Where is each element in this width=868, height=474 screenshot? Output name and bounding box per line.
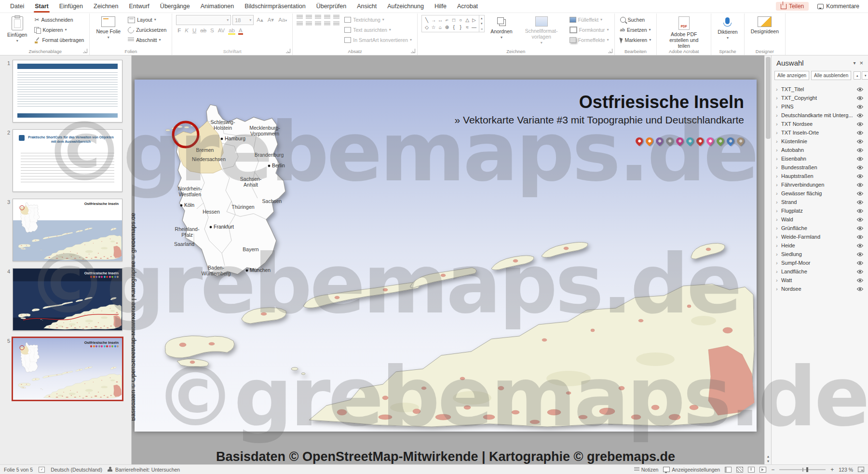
expand-chevron-icon[interactable]: › [776,148,781,153]
map-pin-icon[interactable] [675,136,684,148]
menu-tab-überprüfen[interactable]: Überprüfen [311,0,352,13]
visibility-eye-icon[interactable] [856,148,864,153]
expand-chevron-icon[interactable]: › [776,139,781,144]
slide-thumbnail-4[interactable]: Ostfriesische Inseln [13,268,122,331]
map-pin-icon[interactable] [685,136,694,148]
bullets-icon[interactable] [297,15,303,20]
map-pin-icon[interactable] [655,136,664,148]
canvas-scrollbar[interactable]: ▲ ▼ [764,54,772,465]
dialog-launcher-icon[interactable] [411,49,415,53]
slide-thumbnail-2[interactable]: Praktische ShortCuts für das Verwalten v… [13,129,122,192]
character-spacing-button[interactable]: AV [217,27,227,34]
find-button[interactable]: Suchen [619,15,653,25]
expand-chevron-icon[interactable]: › [776,156,781,162]
fit-to-window-icon[interactable] [858,467,864,472]
menu-tab-hilfe[interactable]: Hilfe [429,0,452,13]
expand-chevron-icon[interactable]: › [776,278,781,283]
visibility-eye-icon[interactable] [856,87,864,92]
font-name-combobox[interactable]: ▾ [176,15,231,25]
text-direction-button[interactable]: Textrichtung ▾ [343,15,413,25]
menu-tab-acrobat[interactable]: Acrobat [452,0,483,13]
dialog-launcher-icon[interactable] [83,49,87,53]
justify-icon[interactable] [324,22,330,27]
selection-item[interactable]: › Deutschlandkarte mit Unterg... [772,111,868,120]
selection-item[interactable]: › Heide [772,241,868,250]
move-down-icon[interactable]: ▾ [862,71,868,80]
accessibility-status[interactable]: Barrierefreiheit: Untersuchen [108,467,180,473]
arrange-button[interactable]: Anordnen ▾ [488,15,515,41]
menu-tab-animationen[interactable]: Animationen [195,0,240,13]
align-right-icon[interactable] [315,22,321,27]
map-pin-icon[interactable] [665,136,674,148]
display-settings-button[interactable]: Anzeigeeinstellungen [663,467,720,473]
expand-chevron-icon[interactable]: › [776,286,781,292]
visibility-eye-icon[interactable] [856,243,864,248]
replace-button[interactable]: ab Ersetzen ▾ [619,25,653,35]
zoom-slider[interactable] [779,469,826,470]
language-indicator[interactable]: Deutsch (Deutschland) [51,467,102,473]
italic-button[interactable]: K [183,27,190,34]
map-pin-icon[interactable] [726,136,735,148]
comments-button[interactable]: Kommentare [814,2,863,11]
selection-item[interactable]: › TXT Inseln-Orte [772,128,868,137]
move-up-icon[interactable]: ▴ [854,71,861,80]
visibility-eye-icon[interactable] [856,174,864,179]
menu-tab-aufzeichnung[interactable]: Aufzeichnung [382,0,429,13]
slideshow-button[interactable] [760,467,766,473]
selection-item[interactable]: › Gewässer flächig [772,189,868,198]
decrease-indent-icon[interactable] [315,15,321,20]
zoom-out-button[interactable]: − [771,467,774,473]
slide-title[interactable]: Ostfriesische Inseln [579,92,744,112]
expand-chevron-icon[interactable]: › [776,113,781,118]
scrollbar-thumb[interactable] [766,57,771,139]
visibility-eye-icon[interactable] [856,156,864,162]
gallery-up-icon[interactable]: ▴ [479,15,484,21]
font-size-combobox[interactable]: 18 ▾ [232,15,254,25]
layout-button[interactable]: Layout ▾ [126,15,168,25]
expand-chevron-icon[interactable]: › [776,95,781,101]
design-ideas-button[interactable]: Designideen [748,15,781,36]
shape-effects-button[interactable]: Formeffekte▾ [568,35,610,45]
expand-chevron-icon[interactable]: › [776,234,781,240]
selection-item[interactable]: › Wald [772,215,868,224]
slide-thumbnail-3[interactable]: Ostfriesische Inseln [13,199,122,261]
select-button[interactable]: Markieren ▾ [619,35,653,45]
selection-item[interactable]: › TXT_Titel [772,85,868,94]
selection-item[interactable]: › Küstenlinie [772,137,868,146]
selection-item[interactable]: › Siedlung [772,250,868,258]
visibility-eye-icon[interactable] [856,182,864,188]
expand-chevron-icon[interactable]: › [776,243,781,248]
visibility-eye-icon[interactable] [856,208,864,214]
offslide-copyright-text[interactable]: Basisdaten © OpenStreetMap-Mitwirkende |… [135,449,757,464]
selection-item[interactable]: › Weide-Farmland [772,232,868,241]
expand-chevron-icon[interactable]: › [776,217,781,222]
quick-styles-button[interactable]: Schnellformat-vorlagen ▾ [518,15,565,46]
menu-tab-start[interactable]: Start [29,0,54,13]
expand-chevron-icon[interactable]: › [776,165,781,170]
previous-slide-button[interactable]: ▲ [767,455,770,458]
zoom-level[interactable]: 123 % [839,467,853,473]
map-pin-icon[interactable] [635,136,644,148]
reading-view-button[interactable] [748,467,755,473]
grow-font-button[interactable]: A▴ [255,16,264,24]
expand-chevron-icon[interactable]: › [776,174,781,179]
slide-sorter-view-button[interactable] [736,467,743,473]
menu-tab-bildschirmpräsentation[interactable]: Bildschirmpräsentation [239,0,311,13]
selection-item[interactable]: › Autobahn [772,146,868,154]
menu-tab-datei[interactable]: Datei [5,0,29,13]
selection-item[interactable]: › TXT_Copyright [772,94,868,102]
visibility-eye-icon[interactable] [856,286,864,292]
share-button[interactable]: Teilen [776,2,809,11]
visibility-eye-icon[interactable] [856,191,864,196]
dictate-button[interactable]: Diktieren ▾ [715,15,740,41]
map-pin-icon[interactable] [695,136,705,148]
selection-item[interactable]: › Hauptstraßen [772,172,868,180]
germany-map[interactable]: Schleswig-HolsteinMecklenburg-Vorpommern… [162,100,302,293]
underline-button[interactable]: U [191,27,198,34]
columns-icon[interactable] [333,22,339,27]
map-pin-icon[interactable] [705,136,715,148]
selection-item[interactable]: › PINS [772,102,868,111]
map-pin-icon[interactable] [716,136,725,148]
expand-chevron-icon[interactable]: › [776,104,781,109]
selection-item[interactable]: › Sumpf-Moor [772,258,868,267]
